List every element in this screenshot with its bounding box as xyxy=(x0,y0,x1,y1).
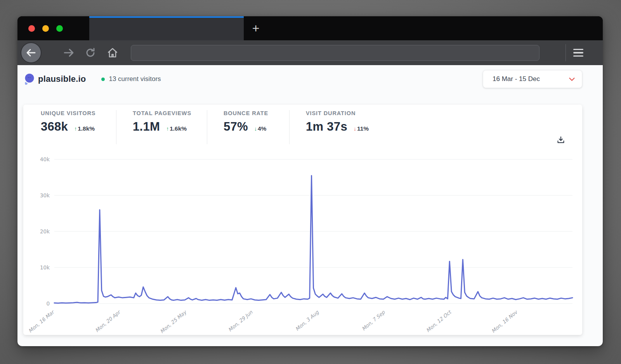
stat-bounce-rate[interactable]: BOUNCE RATE 57% ↓4% xyxy=(207,110,289,144)
svg-text:Mon, 25 May: Mon, 25 May xyxy=(159,309,188,333)
stat-unique-visitors[interactable]: UNIQUE VISITORS 368k ↑1.8k% xyxy=(23,110,116,144)
svg-text:0: 0 xyxy=(46,300,50,307)
new-tab-button[interactable]: + xyxy=(246,16,265,40)
maximize-button[interactable] xyxy=(56,25,63,32)
chevron-down-icon xyxy=(569,78,575,81)
svg-text:Mon, 7 Sep: Mon, 7 Sep xyxy=(361,309,386,332)
site-title[interactable]: plausible.io xyxy=(38,74,86,84)
dashboard-header: plausible.io 13 current visitors 16 Mar … xyxy=(24,70,582,88)
plausible-logo-icon xyxy=(24,73,35,85)
browser-toolbar xyxy=(17,40,603,65)
forward-button[interactable] xyxy=(62,47,75,59)
analytics-card: UNIQUE VISITORS 368k ↑1.8k% TOTAL PAGEVI… xyxy=(23,105,582,335)
stat-total-pageviews[interactable]: TOTAL PAGEVIEWS 1.1M ↑1.6k% xyxy=(116,110,207,144)
svg-text:30k: 30k xyxy=(40,192,50,198)
svg-text:10k: 10k xyxy=(40,264,50,271)
stat-label: VISIT DURATION xyxy=(306,110,413,116)
svg-text:Mon, 16 Nov: Mon, 16 Nov xyxy=(490,309,519,333)
svg-text:Mon, 3 Aug: Mon, 3 Aug xyxy=(294,309,320,332)
reload-button[interactable] xyxy=(84,47,97,59)
current-visitors[interactable]: 13 current visitors xyxy=(101,75,161,83)
stat-value: 57% xyxy=(224,120,248,134)
stat-value: 368k xyxy=(41,120,68,134)
stat-visit-duration[interactable]: VISIT DURATION 1m 37s ↓11% xyxy=(289,110,413,144)
browser-titlebar: + xyxy=(17,16,603,40)
svg-text:Mon, 29 Jun: Mon, 29 Jun xyxy=(227,309,254,333)
home-button[interactable] xyxy=(106,46,119,59)
stat-change: ↑1.6k% xyxy=(166,125,187,132)
stat-value: 1.1M xyxy=(133,120,160,134)
stat-label: BOUNCE RATE xyxy=(224,110,289,116)
svg-text:Mon, 12 Oct: Mon, 12 Oct xyxy=(425,309,453,333)
close-button[interactable] xyxy=(28,25,35,32)
hamburger-menu-button[interactable] xyxy=(572,46,585,59)
svg-text:20k: 20k xyxy=(40,228,50,235)
arrow-up-icon: ↑ xyxy=(74,126,77,132)
home-icon xyxy=(107,47,118,59)
browser-tab-active[interactable] xyxy=(89,16,244,40)
date-range-label: 16 Mar - 15 Dec xyxy=(493,75,540,83)
svg-text:Mon, 16 Mar: Mon, 16 Mar xyxy=(27,309,56,333)
visitors-line-chart: 010k20k30k40kMon, 16 MarMon, 20 AprMon, … xyxy=(23,151,582,333)
date-range-selector[interactable]: 16 Mar - 15 Dec xyxy=(483,70,582,88)
stat-value: 1m 37s xyxy=(306,120,347,134)
back-button[interactable] xyxy=(21,42,42,63)
stat-label: TOTAL PAGEVIEWS xyxy=(133,110,207,116)
back-arrow-icon xyxy=(26,47,36,58)
minimize-button[interactable] xyxy=(42,25,49,32)
page-viewport: plausible.io 13 current visitors 16 Mar … xyxy=(17,65,603,346)
stats-row: UNIQUE VISITORS 368k ↑1.8k% TOTAL PAGEVI… xyxy=(23,105,582,144)
arrow-up-icon: ↑ xyxy=(166,126,169,132)
brand-group: plausible.io 13 current visitors xyxy=(24,73,161,85)
download-icon xyxy=(557,136,565,144)
stat-change: ↑1.8k% xyxy=(74,125,95,132)
stat-label: UNIQUE VISITORS xyxy=(41,110,116,116)
forward-arrow-icon xyxy=(63,47,75,59)
arrow-down-icon: ↓ xyxy=(254,126,257,132)
current-visitors-label: 13 current visitors xyxy=(109,75,161,83)
arrow-down-icon: ↓ xyxy=(354,126,356,132)
download-export-button[interactable] xyxy=(557,136,565,144)
reload-icon xyxy=(85,47,96,58)
desktop-background: { "browser": { "new_tab_label": "+", "ur… xyxy=(0,0,621,364)
window-controls xyxy=(28,25,63,32)
url-input[interactable] xyxy=(131,45,539,61)
browser-window: + xyxy=(17,16,603,346)
toolbar-divider xyxy=(565,44,566,61)
live-dot-icon xyxy=(101,78,105,81)
svg-text:Mon, 20 Apr: Mon, 20 Apr xyxy=(94,309,122,333)
svg-text:40k: 40k xyxy=(40,156,50,162)
stat-change: ↓11% xyxy=(354,125,369,132)
stat-change: ↓4% xyxy=(254,125,266,132)
hamburger-icon xyxy=(573,49,583,50)
visitors-chart[interactable]: 010k20k30k40kMon, 16 MarMon, 20 AprMon, … xyxy=(23,151,582,333)
